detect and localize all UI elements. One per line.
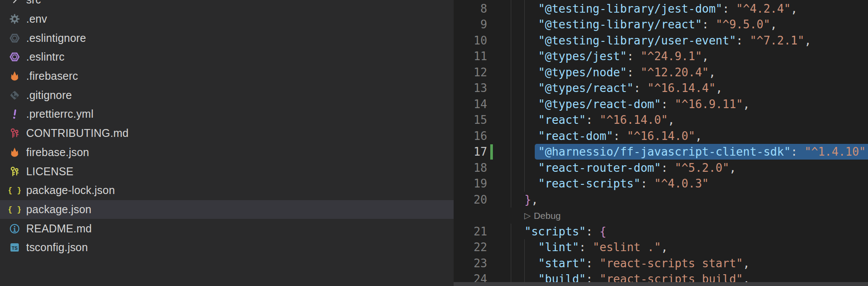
line-number: 10 xyxy=(454,33,487,49)
sidebar-item-license[interactable]: LICENSE xyxy=(0,162,454,181)
punctuation: , xyxy=(743,257,750,270)
svg-text:{ }: { } xyxy=(9,205,21,214)
sidebar-item-prettierrc-yml[interactable]: .prettierrc.yml xyxy=(0,105,454,124)
code-text: "@testing-library/user-event": "^7.2.1", xyxy=(511,33,868,49)
code-text: "start": "react-scripts start", xyxy=(511,255,868,272)
punctuation: : xyxy=(586,225,599,238)
code-line-23[interactable]: 23 "start": "react-scripts start", xyxy=(454,255,868,272)
play-outline-icon: ▷ xyxy=(524,211,531,220)
sidebar-item-package-lock-json[interactable]: { }package-lock.json xyxy=(0,181,454,200)
keys-icon xyxy=(9,127,21,139)
line-number: 13 xyxy=(454,80,487,96)
code-line-14[interactable]: 14 "@types/react-dom": "^16.9.11", xyxy=(454,96,868,112)
eslint-icon xyxy=(9,51,21,63)
code-text: "@types/react-dom": "^16.9.11", xyxy=(511,96,868,112)
code-line-16[interactable]: 16 "react-dom": "^16.14.0", xyxy=(454,128,868,144)
punctuation: , xyxy=(695,129,702,143)
indent-guide xyxy=(524,128,525,144)
code-text: "lint": "eslint .", xyxy=(511,239,868,255)
indent-guide xyxy=(511,239,511,255)
editor-pane[interactable]: 7 "@material-ui/icons": "^4.11.2",8 "@te… xyxy=(454,0,868,286)
punctuation: , xyxy=(743,98,750,111)
sidebar-item-eslintignore[interactable]: .eslintignore xyxy=(0,28,454,48)
punctuation: : xyxy=(791,145,804,158)
gutter xyxy=(487,255,511,272)
punctuation: : xyxy=(661,98,674,111)
code-line-22[interactable]: 22 "lint": "eslint .", xyxy=(454,239,868,255)
sidebar-item-readme-md[interactable]: README.md xyxy=(0,219,454,238)
indent-guide xyxy=(524,160,525,176)
punctuation: , xyxy=(791,2,798,15)
json-key: "@types/react-dom" xyxy=(538,98,661,111)
indent-guide xyxy=(511,65,511,81)
punctuation: : xyxy=(579,241,593,254)
code-area: 7 "@material-ui/icons": "^4.11.2",8 "@te… xyxy=(454,0,868,286)
file-label: .env xyxy=(26,13,47,25)
sidebar-item-eslintrc[interactable]: .eslintrc xyxy=(0,48,454,67)
punctuation: : xyxy=(586,113,599,126)
line-number: 22 xyxy=(454,239,487,255)
gutter xyxy=(487,128,511,144)
json-string-value: "^4.0.3" xyxy=(654,177,709,190)
code-line-20[interactable]: 20 }, xyxy=(454,192,868,208)
indent-guide xyxy=(511,128,511,144)
json-key: "lint" xyxy=(538,241,579,254)
json-string-value: "eslint ." xyxy=(593,241,661,254)
code-line-9[interactable]: 9 "@testing-library/react": "^9.5.0", xyxy=(454,17,868,33)
sidebar-item-env[interactable]: .env xyxy=(0,10,454,29)
punctuation: : xyxy=(640,177,654,190)
indent-guide xyxy=(511,176,511,192)
punctuation: : xyxy=(627,50,640,63)
sidebar-item-package-json[interactable]: { }package.json xyxy=(0,200,454,219)
codelens-debug-link[interactable]: ▷Debug xyxy=(524,211,561,221)
json-string-value: "^7.2.1" xyxy=(750,34,804,47)
indent-guide xyxy=(524,255,525,272)
svg-text:TS: TS xyxy=(12,245,18,251)
indent-guide xyxy=(511,1,511,17)
code-line-8[interactable]: 8 "@testing-library/jest-dom": "^4.2.4", xyxy=(454,1,868,17)
file-label: firebase.json xyxy=(26,146,89,159)
sidebar-item-src[interactable]: src xyxy=(0,0,454,10)
sidebar-item-contributing-md[interactable]: CONTRIBUTING.md xyxy=(0,124,454,143)
indent-guide xyxy=(524,65,525,81)
json-string-value: "^16.14.0" xyxy=(627,129,695,143)
sidebar-item-tsconfig-json[interactable]: TStsconfig.json xyxy=(0,238,454,257)
sidebar-item-gitignore[interactable]: .gitignore xyxy=(0,85,454,105)
punctuation: : xyxy=(736,34,750,47)
punctuation: , xyxy=(531,193,538,206)
punctuation: : xyxy=(702,18,715,31)
code-line-11[interactable]: 11 "@types/jest": "^24.9.1", xyxy=(454,48,868,65)
sidebar-item-firebaserc[interactable]: .firebaserc xyxy=(0,67,454,86)
line-number: 14 xyxy=(454,96,487,112)
punctuation: : xyxy=(613,129,627,143)
code-line-13[interactable]: 13 "@types/react": "^16.14.4", xyxy=(454,80,868,96)
json-key: "@types/node" xyxy=(538,66,627,79)
code-line-18[interactable]: 18 "react-router-dom": "^5.2.0", xyxy=(454,160,868,176)
code-text: }, xyxy=(511,192,868,208)
indent-guide xyxy=(511,17,511,33)
horizontal-scrollbar[interactable] xyxy=(454,282,868,286)
flame-icon xyxy=(9,70,21,82)
line-number: 16 xyxy=(454,128,487,144)
json-key: "@testing-library/react" xyxy=(538,18,702,31)
line-number: 18 xyxy=(454,160,487,176)
code-line-10[interactable]: 10 "@testing-library/user-event": "^7.2.… xyxy=(454,33,868,49)
json-key: "react-router-dom" xyxy=(538,161,661,174)
punctuation: , xyxy=(804,34,811,47)
punctuation: : xyxy=(722,2,736,15)
gutter xyxy=(487,17,511,33)
gear-icon xyxy=(9,13,21,25)
code-text: "scripts": { xyxy=(511,224,868,240)
code-line-12[interactable]: 12 "@types/node": "^12.20.4", xyxy=(454,65,868,81)
code-line-21[interactable]: 21 "scripts": { xyxy=(454,224,868,240)
json-key: "react-scripts" xyxy=(538,177,641,190)
code-line-15[interactable]: 15 "react": "^16.14.0", xyxy=(454,112,868,128)
indent-guide xyxy=(511,224,511,240)
gutter xyxy=(487,144,511,160)
sidebar-item-firebase-json[interactable]: firebase.json xyxy=(0,143,454,162)
indent-guide xyxy=(511,160,511,176)
code-line-19[interactable]: 19 "react-scripts": "^4.0.3" xyxy=(454,176,868,192)
file-label: README.md xyxy=(26,222,92,235)
code-line-17[interactable]: 17 "@harnessio/ff-javascript-client-sdk"… xyxy=(454,144,868,160)
json-key: "react-dom" xyxy=(538,129,613,143)
